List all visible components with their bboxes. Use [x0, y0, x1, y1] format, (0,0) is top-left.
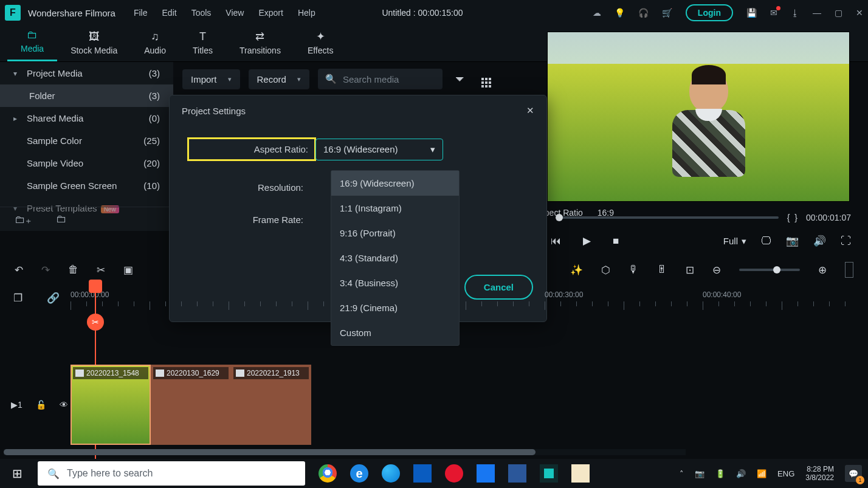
crop-icon[interactable]: ▣	[123, 264, 133, 277]
menu-help[interactable]: Help	[298, 8, 315, 18]
play-icon[interactable]: ▶	[583, 235, 591, 247]
preview-scrubber[interactable]	[559, 216, 779, 219]
option-16-9[interactable]: 16:9 (Widescreen)	[331, 171, 459, 196]
tray-expand-icon[interactable]: ˄	[680, 469, 684, 478]
taskbar-app-paint[interactable]	[568, 461, 593, 486]
taskbar-app-chrome[interactable]	[315, 461, 340, 486]
tab-effects[interactable]: ✦Effects	[294, 26, 347, 61]
effects-icon[interactable]: ✨	[570, 264, 583, 277]
tray-wifi-icon[interactable]: 📶	[757, 469, 766, 478]
undo-icon[interactable]: ↶	[15, 264, 23, 277]
option-9-16[interactable]: 9:16 (Portrait)	[331, 221, 459, 246]
redo-icon[interactable]: ↷	[41, 264, 50, 277]
maximize-icon[interactable]: ▢	[835, 8, 842, 18]
preview-viewport[interactable]	[547, 32, 850, 202]
zoom-full-dropdown[interactable]: Full ▾	[723, 236, 746, 247]
timeline-clip[interactable]: 20220213_1548	[71, 365, 151, 445]
zoom-in-icon[interactable]: ⊕	[818, 264, 827, 277]
close-icon[interactable]: ✕	[526, 105, 534, 116]
menu-tools[interactable]: Tools	[191, 8, 212, 18]
save-icon[interactable]: 💾	[746, 8, 757, 18]
fullscreen-icon[interactable]: ⛶	[841, 235, 851, 247]
close-window-icon[interactable]: ✕	[856, 8, 863, 18]
ruler-ticks[interactable]	[71, 301, 864, 311]
sidebar-item-sample-video[interactable]: Sample Video(20)	[0, 152, 173, 174]
new-folder-icon[interactable]: 🗀₊	[15, 213, 32, 226]
option-3-4[interactable]: 3:4 (Business)	[331, 270, 459, 295]
menu-export[interactable]: Export	[258, 8, 283, 18]
audio-mixer-icon[interactable]: 🎚	[657, 264, 667, 276]
menu-view[interactable]: View	[226, 8, 244, 18]
timeline-clip[interactable]: 20220212_1913	[231, 365, 311, 445]
zoom-out-icon[interactable]: ⊖	[712, 264, 721, 277]
cloud-icon[interactable]: ☁	[593, 8, 601, 18]
option-custom[interactable]: Custom	[331, 320, 459, 345]
tab-transitions[interactable]: ⇄Transitions	[226, 26, 294, 61]
taskbar-app-facebook[interactable]	[473, 461, 498, 486]
timeline-clip[interactable]: 20220130_1629	[151, 365, 231, 445]
filter-icon[interactable]: ⏷	[451, 73, 469, 86]
menu-file[interactable]: File	[134, 8, 148, 18]
tray-volume-icon[interactable]: 🔊	[736, 469, 746, 478]
open-folder-icon[interactable]: 🗀	[56, 213, 67, 225]
step-back-icon[interactable]: ⏮	[551, 235, 561, 247]
taskbar-app-edge[interactable]	[378, 461, 404, 486]
tab-media[interactable]: 🗀Media	[7, 25, 57, 61]
sidebar-item-project-media[interactable]: ▾Project Media(3)	[0, 62, 173, 84]
stop-icon[interactable]: ■	[613, 235, 619, 247]
tray-notifications[interactable]: 💬	[845, 465, 862, 482]
option-21-9[interactable]: 21:9 (Cinema)	[331, 295, 459, 320]
record-dropdown[interactable]: Record▾	[249, 69, 309, 89]
taskbar-app-ie[interactable]	[346, 461, 372, 486]
tab-audio[interactable]: ♫Audio	[131, 27, 179, 61]
login-button[interactable]: Login	[686, 4, 733, 21]
mail-icon[interactable]: ✉	[770, 8, 777, 18]
option-4-3[interactable]: 4:3 (Standard)	[331, 246, 459, 270]
cart-icon[interactable]: 🛒	[662, 8, 672, 18]
track-visibility-icon[interactable]: 👁	[60, 400, 68, 410]
aspect-ratio-select[interactable]: 16:9 (Widescreen) ▾	[315, 139, 443, 160]
snapshot-icon[interactable]: 📷	[786, 235, 799, 247]
tray-clock[interactable]: 8:28 PM3/8/2022	[805, 465, 834, 483]
brace-right[interactable]: }	[794, 213, 797, 222]
lightbulb-icon[interactable]: 💡	[615, 8, 625, 18]
volume-icon[interactable]: 🔊	[813, 235, 826, 247]
tray-camera-icon[interactable]: 📷	[695, 469, 704, 478]
timeline-scrollbar[interactable]	[4, 449, 686, 455]
marker-icon[interactable]: ⬡	[601, 264, 610, 277]
link-icon[interactable]: 🔗	[47, 292, 60, 304]
import-dropdown[interactable]: Import▾	[182, 69, 240, 89]
sidebar-item-sample-color[interactable]: Sample Color(25)	[0, 129, 173, 152]
taskbar-app-outlook[interactable]	[410, 461, 435, 486]
start-button[interactable]: ⊞	[0, 459, 34, 488]
tray-battery-icon[interactable]: 🔋	[715, 469, 725, 478]
split-icon[interactable]: ✂	[97, 264, 105, 277]
voiceover-icon[interactable]: 🎙	[629, 264, 639, 276]
search-media-input[interactable]: 🔍Search media	[318, 69, 443, 89]
zoom-slider[interactable]	[739, 269, 800, 271]
tray-language[interactable]: ENG	[777, 469, 794, 478]
track-video-icon[interactable]: ▶1	[11, 400, 22, 410]
sidebar-item-shared-media[interactable]: ▸Shared Media(0)	[0, 107, 173, 129]
track-lock-icon[interactable]: 🔓	[36, 400, 46, 410]
split-marker-icon[interactable]: ✂	[87, 314, 104, 331]
grid-view-icon[interactable]	[478, 70, 495, 88]
taskbar-app-opera[interactable]	[441, 461, 467, 486]
minimize-icon[interactable]: —	[813, 8, 821, 18]
taskbar-app-word[interactable]	[505, 461, 530, 486]
taskbar-search[interactable]: 🔍Type here to search	[38, 461, 305, 486]
option-1-1[interactable]: 1:1 (Instagram)	[331, 196, 459, 221]
headset-icon[interactable]: 🎧	[638, 8, 649, 18]
sidebar-item-folder[interactable]: Folder(3)	[0, 84, 173, 107]
keyframe-icon[interactable]: ⊡	[686, 264, 694, 277]
tab-stock-media[interactable]: 🖼Stock Media	[57, 27, 131, 61]
delete-icon[interactable]: 🗑	[68, 264, 78, 276]
sidebar-item-sample-green[interactable]: Sample Green Screen(10)	[0, 174, 173, 197]
brace-left[interactable]: {	[787, 213, 790, 222]
menu-edit[interactable]: Edit	[162, 8, 177, 18]
layers-icon[interactable]: ❐	[13, 292, 22, 304]
taskbar-app-filmora[interactable]	[536, 461, 562, 486]
timeline-view-toggle[interactable]	[845, 262, 853, 278]
download-icon[interactable]: ⭳	[791, 8, 799, 18]
display-icon[interactable]: 🖵	[761, 235, 771, 247]
